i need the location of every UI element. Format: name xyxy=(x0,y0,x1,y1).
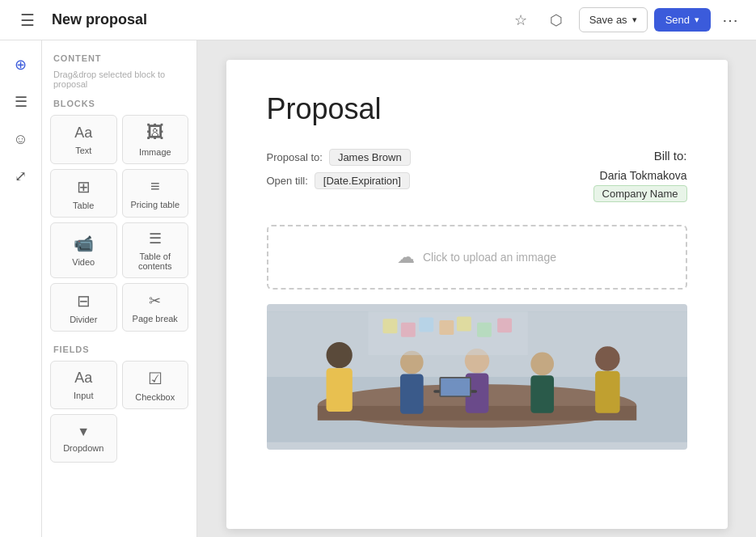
bill-to-label: Bill to: xyxy=(593,149,687,163)
proposal-to-value: James Brown xyxy=(329,149,411,166)
sidebar-emoji-icon[interactable]: ☺ xyxy=(6,125,36,154)
svg-rect-24 xyxy=(368,311,527,355)
block-table-of-contents[interactable]: ☰ Table of contents xyxy=(122,222,189,278)
divider-block-icon: ⊟ xyxy=(77,291,91,311)
sidebar-expand-icon[interactable]: ⤢ xyxy=(6,162,36,191)
image-upload-area[interactable]: ☁ Click to upload an immage xyxy=(267,225,687,290)
svg-rect-5 xyxy=(326,368,352,412)
block-table[interactable]: ⊞ Table xyxy=(50,169,117,218)
proposal-meta: Proposal to: James Brown Open till: [Dat… xyxy=(267,149,687,202)
dropdown-block-icon: ▼ xyxy=(77,425,90,439)
icon-sidebar: ⊕ ☰ ☺ ⤢ xyxy=(0,40,42,537)
sidebar-add-icon[interactable]: ⊕ xyxy=(6,50,36,79)
block-input-label: Input xyxy=(74,391,93,400)
svg-point-10 xyxy=(530,353,554,376)
block-page-break-label: Page break xyxy=(133,314,178,323)
block-toc-label: Table of contents xyxy=(128,252,184,271)
blocks-label: BLOCKS xyxy=(50,99,188,108)
preview-area: Proposal Proposal to: James Brown Open t… xyxy=(197,40,756,537)
upload-cloud-icon: ☁ xyxy=(397,247,415,268)
text-block-icon: Aa xyxy=(74,125,92,142)
block-text[interactable]: Aa Text xyxy=(50,115,117,164)
topbar: ☰ New proposal ☆ ⬡ Save as ▾ Send ▾ ⋯ xyxy=(0,0,756,40)
image-block-icon: 🖼 xyxy=(146,122,164,143)
proposal-to-label: Proposal to: xyxy=(267,151,323,163)
block-input[interactable]: Aa Input xyxy=(50,361,117,409)
menu-icon[interactable]: ☰ xyxy=(13,6,42,35)
fields-label: FIELDS xyxy=(50,345,188,354)
block-page-break[interactable]: ✂ Page break xyxy=(122,283,189,332)
drag-hint: Drag&drop selected block to proposal xyxy=(50,70,188,89)
upload-text: Click to upload an immage xyxy=(423,251,556,264)
svg-rect-23 xyxy=(441,378,470,396)
main-layout: ⊕ ☰ ☺ ⤢ CONTENT Drag&drop selected block… xyxy=(0,40,756,537)
content-panel: CONTENT Drag&drop selected block to prop… xyxy=(42,40,197,537)
block-image[interactable]: 🖼 Immage xyxy=(122,115,189,164)
svg-point-4 xyxy=(326,342,352,368)
content-section-label: CONTENT xyxy=(50,53,188,63)
chevron-down-icon: ▾ xyxy=(695,15,699,25)
toc-block-icon: ☰ xyxy=(149,230,162,247)
block-table-label: Table xyxy=(73,201,94,210)
block-checkbox-label: Checkbox xyxy=(135,392,175,402)
open-till-value: [Date.Expiration] xyxy=(315,172,410,189)
sidebar-list-icon[interactable]: ☰ xyxy=(6,87,36,116)
fields-grid: Aa Input ☑ Checkbox ▼ Dropdown xyxy=(50,361,188,463)
proposal-page: Proposal Proposal to: James Brown Open t… xyxy=(226,60,728,529)
more-options-button[interactable]: ⋯ xyxy=(717,7,743,33)
checkbox-block-icon: ☑ xyxy=(148,369,163,388)
proposal-title: Proposal xyxy=(267,92,687,126)
svg-rect-7 xyxy=(399,374,423,413)
meta-left: Proposal to: James Brown Open till: [Dat… xyxy=(267,149,411,189)
block-video[interactable]: 📹 Video xyxy=(50,222,117,278)
svg-rect-11 xyxy=(530,375,554,413)
input-block-icon: Aa xyxy=(74,370,92,387)
page-title: New proposal xyxy=(52,11,498,28)
block-pricing-table-label: Pricing table xyxy=(130,200,179,209)
open-till-label: Open till: xyxy=(267,175,308,187)
bill-name: Daria Tokmakova xyxy=(593,169,687,182)
block-checkbox[interactable]: ☑ Checkbox xyxy=(122,361,189,409)
share-icon[interactable]: ⬡ xyxy=(543,7,569,33)
block-video-label: Video xyxy=(72,257,95,267)
topbar-actions: Save as ▾ Send ▾ ⋯ xyxy=(579,7,743,33)
block-text-label: Text xyxy=(75,146,91,155)
block-dropdown[interactable]: ▼ Dropdown xyxy=(50,414,117,463)
block-dropdown-label: Dropdown xyxy=(63,443,103,453)
svg-rect-13 xyxy=(595,371,619,413)
pricing-table-block-icon: ≡ xyxy=(150,177,160,196)
company-name: Company Name xyxy=(593,185,687,202)
send-button[interactable]: Send ▾ xyxy=(654,8,711,32)
video-block-icon: 📹 xyxy=(74,234,94,253)
save-as-button[interactable]: Save as ▾ xyxy=(579,7,648,32)
blocks-grid: Aa Text 🖼 Immage ⊞ Table ≡ Pricing table… xyxy=(50,115,188,332)
svg-point-12 xyxy=(595,346,619,370)
open-till-row: Open till: [Date.Expiration] xyxy=(267,172,411,189)
proposal-to-row: Proposal to: James Brown xyxy=(267,149,411,166)
block-pricing-table[interactable]: ≡ Pricing table xyxy=(122,169,189,218)
block-divider[interactable]: ⊟ Divider xyxy=(50,283,117,332)
page-break-block-icon: ✂ xyxy=(149,292,161,310)
proposal-image xyxy=(267,304,687,450)
chevron-down-icon: ▾ xyxy=(632,15,637,25)
star-icon[interactable]: ☆ xyxy=(508,7,534,33)
block-divider-label: Divider xyxy=(70,315,97,324)
block-image-label: Immage xyxy=(139,147,171,157)
meta-right: Bill to: Daria Tokmakova Company Name xyxy=(593,149,687,202)
table-block-icon: ⊞ xyxy=(77,177,91,197)
